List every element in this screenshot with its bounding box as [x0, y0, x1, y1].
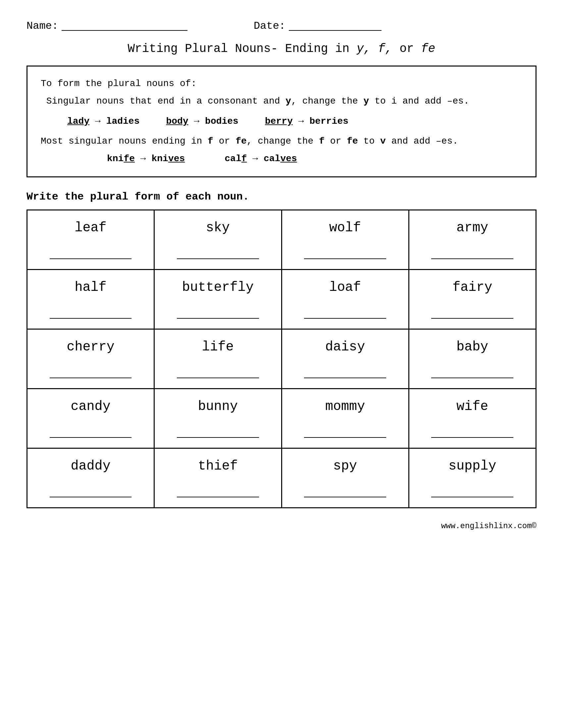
- noun-word-0-2: wolf: [289, 220, 402, 235]
- answer-line-3-0[interactable]: [50, 437, 132, 438]
- table-cell-2-1: life: [154, 329, 282, 388]
- noun-word-1-1: butterfly: [161, 280, 274, 295]
- answer-line-0-1[interactable]: [177, 258, 259, 259]
- section-instruction: Write the plural form of each noun.: [26, 191, 537, 203]
- answer-line-2-0[interactable]: [50, 378, 132, 378]
- answer-line-0-3[interactable]: [431, 258, 513, 259]
- page-title: Writing Plural Nouns- Ending in y, f, or…: [26, 42, 537, 56]
- table-cell-1-3: fairy: [409, 269, 536, 329]
- answer-line-3-3[interactable]: [431, 437, 513, 438]
- table-cell-2-2: daisy: [282, 329, 409, 388]
- examples-row-2: knife → knives calf → calves: [107, 152, 522, 166]
- table-cell-0-2: wolf: [282, 210, 409, 269]
- table-cell-4-3: supply: [409, 448, 536, 508]
- table-cell-2-3: baby: [409, 329, 536, 388]
- table-cell-4-0: daddy: [27, 448, 154, 508]
- answer-line-1-1[interactable]: [177, 318, 259, 319]
- examples-row-1: lady → ladies body → bodies berry → berr…: [67, 114, 522, 129]
- noun-word-1-2: loaf: [289, 280, 402, 295]
- answer-line-4-2[interactable]: [304, 497, 386, 497]
- table-cell-1-0: half: [27, 269, 154, 329]
- answer-line-1-0[interactable]: [50, 318, 132, 319]
- rules-box: To form the plural nouns of: Singular no…: [26, 66, 537, 177]
- table-cell-0-0: leaf: [27, 210, 154, 269]
- rule-1: Singular nouns that end in a consonant a…: [41, 94, 522, 109]
- answer-line-3-2[interactable]: [304, 437, 386, 438]
- table-cell-3-3: wife: [409, 388, 536, 448]
- rule-2: Most singular nouns ending in f or fe, c…: [41, 134, 522, 149]
- rules-intro: To form the plural nouns of:: [41, 76, 522, 91]
- name-label: Name:: [26, 20, 58, 32]
- noun-word-2-1: life: [161, 340, 274, 354]
- answer-line-2-3[interactable]: [431, 378, 513, 378]
- noun-word-4-1: thief: [161, 459, 274, 474]
- noun-word-4-2: spy: [289, 459, 402, 474]
- table-cell-3-0: candy: [27, 388, 154, 448]
- footer: www.englishlinx.com©: [26, 522, 537, 530]
- table-cell-4-2: spy: [282, 448, 409, 508]
- answer-line-1-3[interactable]: [431, 318, 513, 319]
- answer-line-4-0[interactable]: [50, 497, 132, 497]
- noun-word-3-3: wife: [416, 399, 529, 414]
- answer-line-2-2[interactable]: [304, 378, 386, 378]
- answer-line-1-2[interactable]: [304, 318, 386, 319]
- noun-word-1-0: half: [34, 280, 147, 295]
- example-2: body → bodies: [166, 114, 238, 129]
- footer-text: www.englishlinx.com©: [441, 522, 537, 530]
- example-3: berry → berries: [265, 114, 349, 129]
- noun-word-0-1: sky: [161, 220, 274, 235]
- table-cell-0-1: sky: [154, 210, 282, 269]
- date-field: Date:: [254, 20, 382, 32]
- answer-line-4-1[interactable]: [177, 497, 259, 497]
- table-cell-3-2: mommy: [282, 388, 409, 448]
- example-5: calf → calves: [224, 152, 297, 166]
- header: Name: Date:: [26, 20, 537, 32]
- name-line[interactable]: [62, 22, 187, 31]
- noun-word-3-0: candy: [34, 399, 147, 414]
- date-line[interactable]: [289, 22, 382, 31]
- noun-word-2-3: baby: [416, 340, 529, 354]
- noun-table: leafskywolfarmyhalfbutterflyloaffairyche…: [26, 209, 537, 508]
- table-cell-3-1: bunny: [154, 388, 282, 448]
- noun-word-4-0: daddy: [34, 459, 147, 474]
- noun-word-3-1: bunny: [161, 399, 274, 414]
- noun-word-2-0: cherry: [34, 340, 147, 354]
- answer-line-0-0[interactable]: [50, 258, 132, 259]
- example-1: lady → ladies: [67, 114, 139, 129]
- example-4: knife → knives: [107, 152, 185, 166]
- table-cell-4-1: thief: [154, 448, 282, 508]
- table-cell-2-0: cherry: [27, 329, 154, 388]
- answer-line-4-3[interactable]: [431, 497, 513, 497]
- table-cell-1-1: butterfly: [154, 269, 282, 329]
- answer-line-0-2[interactable]: [304, 258, 386, 259]
- date-label: Date:: [254, 20, 286, 32]
- answer-line-2-1[interactable]: [177, 378, 259, 378]
- noun-word-0-0: leaf: [34, 220, 147, 235]
- answer-line-3-1[interactable]: [177, 437, 259, 438]
- noun-word-3-2: mommy: [289, 399, 402, 414]
- table-cell-0-3: army: [409, 210, 536, 269]
- noun-word-1-3: fairy: [416, 280, 529, 295]
- table-cell-1-2: loaf: [282, 269, 409, 329]
- name-field: Name:: [26, 20, 187, 32]
- noun-word-0-3: army: [416, 220, 529, 235]
- noun-word-4-3: supply: [416, 459, 529, 474]
- noun-word-2-2: daisy: [289, 340, 402, 354]
- title-text: Writing Plural Nouns- Ending in y, f, or…: [128, 42, 436, 56]
